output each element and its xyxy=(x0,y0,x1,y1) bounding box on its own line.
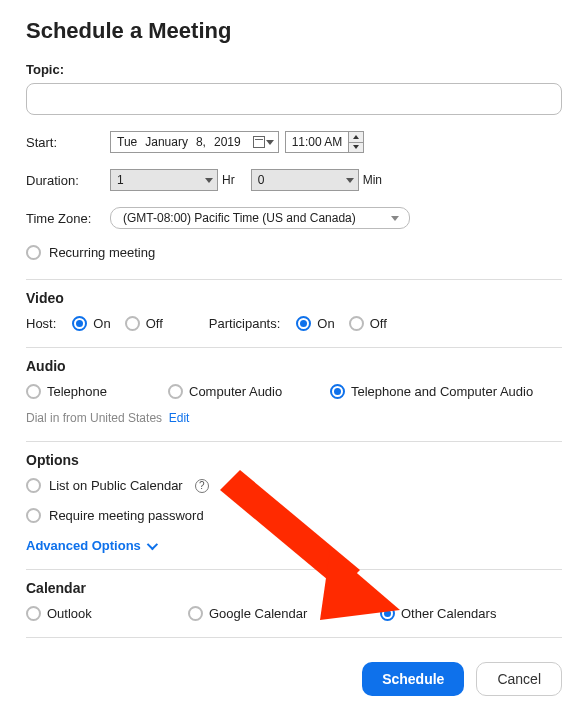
calendar-outlook-radio[interactable]: Outlook xyxy=(26,606,156,621)
topic-label: Topic: xyxy=(26,62,562,77)
options-section-title: Options xyxy=(26,452,562,468)
duration-minutes-select[interactable]: 0 xyxy=(251,169,359,191)
audio-computer-radio[interactable]: Computer Audio xyxy=(168,384,298,399)
public-calendar-label: List on Public Calendar xyxy=(49,478,183,493)
chevron-down-icon xyxy=(205,178,213,183)
start-date-picker[interactable]: Tue January 8, 2019 xyxy=(110,131,279,153)
topic-input[interactable] xyxy=(26,83,562,115)
timezone-select[interactable]: (GMT-08:00) Pacific Time (US and Canada) xyxy=(110,207,410,229)
cancel-button[interactable]: Cancel xyxy=(476,662,562,696)
chevron-down-icon xyxy=(346,178,354,183)
calendar-google-radio[interactable]: Google Calendar xyxy=(188,606,348,621)
participants-label: Participants: xyxy=(209,316,281,331)
help-icon[interactable]: ? xyxy=(195,479,209,493)
hours-unit: Hr xyxy=(222,173,235,187)
start-time-value: 11:00 AM xyxy=(286,135,349,149)
video-section-title: Video xyxy=(26,290,562,306)
start-weekday: Tue xyxy=(117,135,137,149)
duration-minutes-value: 0 xyxy=(258,173,265,187)
advanced-options-label: Advanced Options xyxy=(26,538,141,553)
chevron-down-icon xyxy=(353,145,359,149)
dialin-text: Dial in from United States xyxy=(26,411,162,425)
audio-both-radio[interactable]: Telephone and Computer Audio xyxy=(330,384,533,399)
participants-on-radio[interactable]: On xyxy=(296,316,334,331)
timezone-label: Time Zone: xyxy=(26,211,104,226)
calendar-section-title: Calendar xyxy=(26,580,562,596)
timezone-value: (GMT-08:00) Pacific Time (US and Canada) xyxy=(123,211,356,225)
password-checkbox[interactable]: Require meeting password xyxy=(26,508,204,523)
time-spin-up[interactable] xyxy=(349,132,363,143)
host-off-radio[interactable]: Off xyxy=(125,316,163,331)
host-on-radio[interactable]: On xyxy=(72,316,110,331)
start-year: 2019 xyxy=(214,135,241,149)
calendar-icon xyxy=(253,136,265,148)
host-label: Host: xyxy=(26,316,56,331)
start-day: 8, xyxy=(196,135,206,149)
chevron-down-icon xyxy=(391,216,399,221)
audio-telephone-radio[interactable]: Telephone xyxy=(26,384,136,399)
schedule-button[interactable]: Schedule xyxy=(362,662,464,696)
dialin-edit-link[interactable]: Edit xyxy=(169,411,190,425)
calendar-other-radio[interactable]: Other Calendars xyxy=(380,606,496,621)
page-title: Schedule a Meeting xyxy=(26,18,562,44)
duration-hours-select[interactable]: 1 xyxy=(110,169,218,191)
audio-section-title: Audio xyxy=(26,358,562,374)
minutes-unit: Min xyxy=(363,173,382,187)
chevron-up-icon xyxy=(353,135,359,139)
time-spin-down[interactable] xyxy=(349,143,363,153)
advanced-options-toggle[interactable]: Advanced Options xyxy=(26,538,155,553)
duration-label: Duration: xyxy=(26,173,104,188)
start-label: Start: xyxy=(26,135,104,150)
duration-hours-value: 1 xyxy=(117,173,124,187)
chevron-down-icon xyxy=(266,140,274,145)
start-time-picker[interactable]: 11:00 AM xyxy=(285,131,365,153)
public-calendar-checkbox[interactable]: List on Public Calendar ? xyxy=(26,478,209,493)
password-label: Require meeting password xyxy=(49,508,204,523)
participants-off-radio[interactable]: Off xyxy=(349,316,387,331)
start-month: January xyxy=(145,135,188,149)
recurring-label: Recurring meeting xyxy=(49,245,155,260)
chevron-down-icon xyxy=(147,538,158,549)
recurring-checkbox[interactable]: Recurring meeting xyxy=(26,245,155,260)
